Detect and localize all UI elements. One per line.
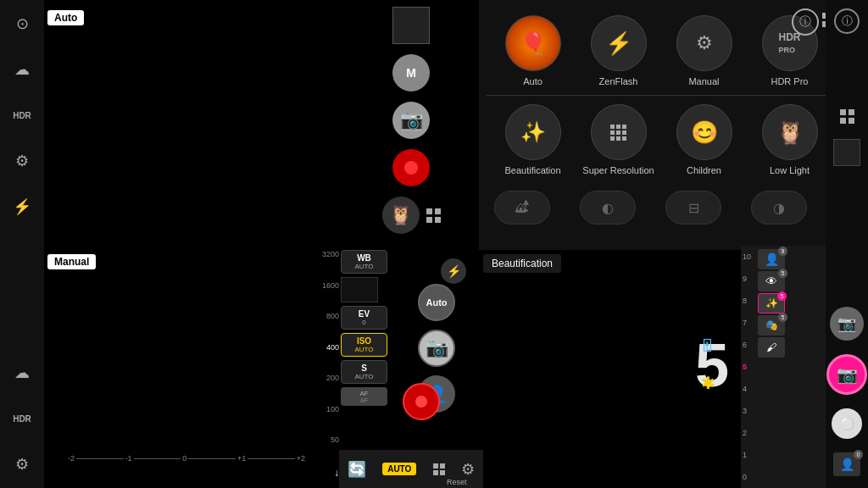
scale-value-1600: 1600 [322, 281, 339, 290]
scale-num-5: 5 [743, 363, 754, 371]
iso-scale-ruler: 3200 1600 800 400 200 100 50 ↓ [297, 250, 339, 479]
sidebar-icon-sun[interactable]: ⊙ [7, 8, 37, 39]
mode-label-beautification: Beautification [504, 165, 560, 175]
right-shutter-btn[interactable]: 📷 [826, 354, 867, 395]
right-color-swatch[interactable] [833, 139, 860, 166]
auto-badge: Auto [47, 10, 84, 25]
settings-reset-btn[interactable]: ⚙ [461, 460, 475, 479]
scale-value-3200: 3200 [322, 250, 339, 258]
scale-num-1: 1 [743, 451, 754, 459]
beauty-icon-col: 👤 9 👁 5 ✨ 5 🎭 5 🖌 [756, 246, 826, 488]
wb-color-swatch[interactable] [341, 277, 378, 302]
mode-grid-row2: ✨ Beautification Super Resolution [486, 104, 837, 184]
mode-label-zenflash: ZenFlash [599, 76, 638, 86]
bottom-grid-btn[interactable] [433, 463, 445, 475]
right-grid-icon[interactable] [840, 109, 854, 124]
sidebar-icon-flash[interactable]: ⚡ [7, 191, 37, 222]
beauty-icon-2[interactable]: 👁 5 [758, 271, 785, 291]
right-controls-col: ⓘ 📷 📷 ⚪ 👤 0 [826, 0, 868, 488]
mode-item-super-resolution[interactable]: Super Resolution [580, 104, 657, 175]
scale-value-200: 200 [326, 374, 339, 382]
iso-setting[interactable]: ISO AUTO [341, 333, 387, 357]
scale-num-7: 7 [743, 319, 754, 327]
sidebar-icon-cloud-bottom[interactable]: ☁ [7, 358, 37, 388]
mode-partial-1[interactable]: 🏕 [494, 191, 550, 225]
scale-num-10: 10 [743, 252, 754, 261]
reset-label: Reset [447, 478, 467, 486]
flash-indicator[interactable]: ⚡ [441, 258, 466, 284]
sliders-area: 🎚 ✱ [678, 250, 737, 479]
sidebar-icon-hdr-bottom[interactable]: HDR [7, 403, 37, 434]
manual-mode-btn[interactable]: M [392, 54, 430, 92]
owl-icon-btn[interactable]: 🦉 [382, 197, 420, 234]
right-camera-btn[interactable]: 📷 [830, 307, 864, 341]
scale-value-50: 50 [331, 435, 339, 444]
auto-yellow-badge[interactable]: AUTO [382, 463, 416, 475]
left-sidebar: ⊙ ☁ HDR ⚙ ⚡ ☁ HDR ⚙ [0, 0, 44, 488]
scale-num-9: 9 [743, 274, 754, 283]
sidebar-icon-hdr-top[interactable]: HDR [7, 100, 37, 130]
beauty-icon-1[interactable]: 👤 9 [758, 249, 785, 269]
sun-brightness-icon[interactable]: ✱ [701, 373, 715, 393]
grid-toggle-btn[interactable] [426, 208, 441, 223]
mode-item-zenflash[interactable]: ⚡ ZenFlash [580, 15, 657, 86]
beauty-icon-3-active[interactable]: ✨ 5 [758, 293, 785, 313]
shutter-btn-top[interactable]: 📷 [392, 102, 430, 139]
mode-grid-row1: 🎈 Auto ⚡ ZenFlash ⚙ Manual HDRPRO HDR Pr… [486, 7, 837, 95]
scale-value-400: 400 [326, 343, 339, 352]
beauty-icon-4[interactable]: 🎭 5 [758, 315, 785, 336]
sidebar-icon-cloud[interactable]: ☁ [7, 54, 37, 85]
beauty-icon-5[interactable]: 🖌 [758, 337, 785, 358]
scale-value-100: 100 [326, 405, 339, 413]
mode-partial-3[interactable]: ⊟ [665, 191, 721, 225]
mode-partial-4[interactable]: ◑ [751, 191, 807, 225]
shutter-btn-center[interactable]: 📷 [418, 330, 455, 367]
mode-partial-2[interactable]: ◐ [580, 191, 636, 225]
scale-value-800: 800 [326, 312, 339, 320]
manual-settings-col: WB AUTO EV 0 ISO AUTO S AUTO AF AF [341, 250, 387, 406]
scale-num-4: 4 [743, 385, 754, 393]
mode-selector-panel: 🎈 Auto ⚡ ZenFlash ⚙ Manual HDRPRO HDR Pr… [479, 0, 843, 250]
mode-label-children: Children [687, 165, 721, 175]
exposure-indicator: -2 -1 0 +1 +2 [68, 452, 305, 464]
mode-item-low-light[interactable]: 🦉 Low Light [751, 104, 828, 175]
scale-num-8: 8 [743, 297, 754, 305]
right-info-btn[interactable]: ⓘ [834, 8, 860, 34]
af-setting[interactable]: AF AF [341, 387, 387, 406]
scale-num-2: 2 [743, 429, 754, 437]
scale-num-3: 3 [743, 407, 754, 415]
scale-num-0: 0 [743, 473, 754, 481]
adjust-icon[interactable]: 🎚 [699, 336, 716, 356]
s-setting[interactable]: S AUTO [341, 360, 387, 384]
mode-label-low-light: Low Light [770, 165, 810, 175]
beauty-scale-panel: 10 9 8 7 6 5 4 3 2 1 0 👤 9 👁 5 ✨ 5 🎭 5 🖌 [741, 246, 826, 488]
beautification-label: Beautification [483, 254, 561, 273]
wb-setting[interactable]: WB AUTO [341, 250, 387, 274]
record-btn-center[interactable] [403, 383, 440, 420]
mode-label-manual: Manual [688, 76, 719, 86]
mode-item-beautification[interactable]: ✨ Beautification [494, 104, 571, 175]
mode-item-auto[interactable]: 🎈 Auto [494, 15, 571, 86]
top-control-bar: M 📷 🦉 [339, 0, 483, 246]
manual-badge: Manual [47, 254, 96, 269]
mode-divider [486, 95, 837, 96]
color-swatch[interactable] [392, 7, 430, 44]
mode-label-auto: Auto [523, 76, 542, 86]
mode-item-children[interactable]: 😊 Children [665, 104, 743, 175]
right-small-btn[interactable]: ⚪ [832, 408, 862, 439]
mode-item-manual[interactable]: ⚙ Manual [665, 15, 743, 86]
mode-grid-row3-partial: 🏕 ◐ ⊟ ◑ [486, 191, 837, 225]
scale-num-6: 6 [743, 341, 754, 349]
rotate-btn[interactable]: 🔄 [348, 460, 366, 479]
info-button[interactable]: ⓘ [792, 8, 819, 36]
ev-setting[interactable]: EV 0 [341, 306, 387, 330]
record-btn-top[interactable] [392, 149, 430, 186]
sidebar-icon-settings-top[interactable]: ⚙ [7, 146, 37, 176]
right-face-icon[interactable]: 👤 0 [833, 452, 860, 476]
mode-label-super-resolution: Super Resolution [582, 165, 654, 175]
sidebar-icon-settings-bottom[interactable]: ⚙ [7, 449, 37, 480]
scale-number-col: 10 9 8 7 6 5 4 3 2 1 0 [741, 246, 756, 488]
auto-mode-btn[interactable]: Auto [418, 284, 455, 321]
bottom-mode-icons: 🦉 [382, 197, 441, 234]
mode-label-hdrpro: HDR Pro [771, 76, 808, 86]
